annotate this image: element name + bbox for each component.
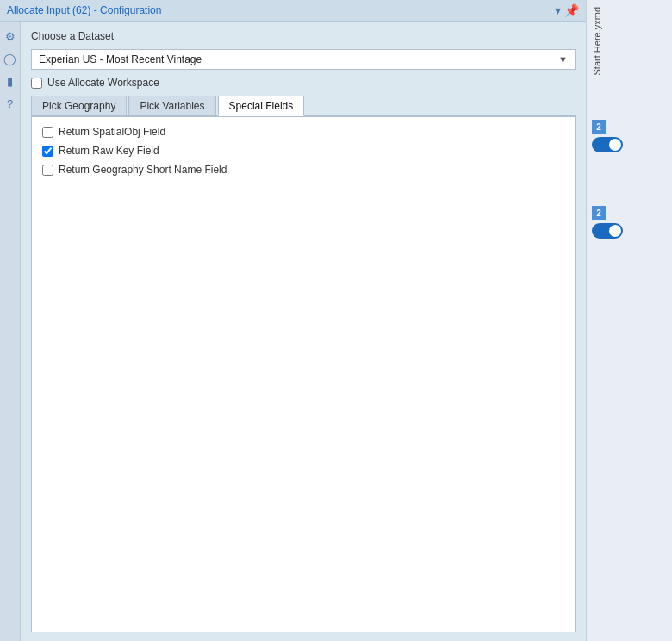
raw-key-row: Return Raw Key Field [42,145,564,157]
tab-pick-variables[interactable]: Pick Variables [128,96,215,115]
geo-short-name-row: Return Geography Short Name Field [42,164,564,176]
right-panel-filename: Start Here.yxmd [592,7,602,75]
title-text: Allocate Input (62) - Configuration [7,4,161,16]
sidebar-icon-settings[interactable]: ⚙ [3,28,18,44]
toggle-group-2: 2 [592,206,623,239]
dataset-value: Experian US - Most Recent Vintage [39,53,202,65]
geo-short-name-checkbox[interactable] [42,165,53,176]
toggle1-label: 2 [592,120,606,134]
raw-key-label[interactable]: Return Raw Key Field [59,145,159,157]
title-bar: Allocate Input (62) - Configuration ▾ 📌 [0,0,586,22]
dropdown-chevron-icon: ▼ [558,54,568,65]
tabs-section: Pick Geography Pick Variables Special Fi… [31,96,576,632]
spatial-obj-label[interactable]: Return SpatialObj Field [59,126,165,138]
toggle-group-1: 2 [592,120,623,152]
left-panel: Allocate Input (62) - Configuration ▾ 📌 … [0,0,586,641]
title-bar-right: ▾ 📌 [555,3,579,17]
pin-icon[interactable]: 📌 [564,3,579,17]
toggle2-label: 2 [592,206,606,220]
toggle2-switch[interactable] [592,223,623,239]
workspace-label[interactable]: Use Allocate Workspace [47,77,159,89]
dropdown-icon[interactable]: ▾ [555,3,561,17]
tab-special-fields[interactable]: Special Fields [218,96,305,116]
content-area: ⚙ ◯ ▮ ? Choose a Dataset Experian US - M… [0,22,586,641]
tab-pick-geography[interactable]: Pick Geography [31,96,127,115]
spatial-obj-row: Return SpatialObj Field [42,126,564,138]
dataset-dropdown[interactable]: Experian US - Most Recent Vintage ▼ [31,49,576,70]
sidebar-icon-help[interactable]: ? [3,96,18,111]
workspace-checkbox[interactable] [31,78,42,89]
raw-key-checkbox[interactable] [42,146,53,157]
main-content: Choose a Dataset Experian US - Most Rece… [21,22,586,641]
tab-content-special-fields: Return SpatialObj Field Return Raw Key F… [31,116,576,632]
title-bar-left: Allocate Input (62) - Configuration [7,4,161,16]
sidebar-icon-circle[interactable]: ◯ [3,51,18,66]
tabs-bar: Pick Geography Pick Variables Special Fi… [31,96,576,116]
spatial-obj-checkbox[interactable] [42,127,53,138]
right-panel: Start Here.yxmd 2 2 [586,0,672,641]
workspace-checkbox-row: Use Allocate Workspace [31,77,576,89]
sidebar-icon-tag[interactable]: ▮ [3,73,18,89]
toggle1-switch[interactable] [592,137,623,152]
dataset-label: Choose a Dataset [31,30,576,42]
geo-short-name-label[interactable]: Return Geography Short Name Field [59,164,227,176]
sidebar: ⚙ ◯ ▮ ? [0,22,21,641]
dataset-section: Choose a Dataset [31,30,576,42]
